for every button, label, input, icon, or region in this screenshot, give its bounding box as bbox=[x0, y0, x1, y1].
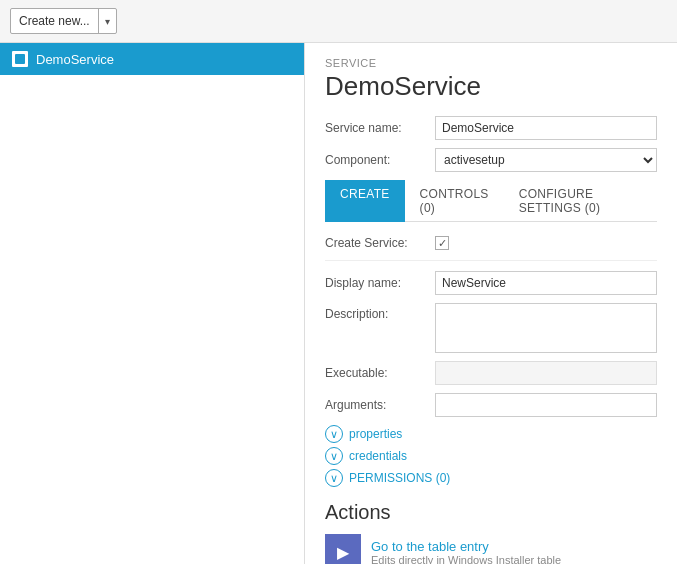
description-row: Description: bbox=[325, 303, 657, 353]
sidebar-item-demoservice[interactable]: DemoService bbox=[0, 43, 304, 75]
create-service-checkbox[interactable]: ✓ bbox=[435, 236, 449, 250]
description-input[interactable] bbox=[435, 303, 657, 353]
expand-permissions[interactable]: ∨ PERMISSIONS (0) bbox=[325, 469, 657, 487]
main-layout: DemoService SERVICE DemoService Service … bbox=[0, 43, 677, 564]
toolbar: Create new... ▾ bbox=[0, 0, 677, 43]
expand-properties[interactable]: ∨ properties bbox=[325, 425, 657, 443]
display-name-label: Display name: bbox=[325, 276, 435, 290]
action-arrow-icon: ▶ bbox=[337, 543, 349, 562]
executable-input[interactable] bbox=[435, 361, 657, 385]
tab-configure-settings[interactable]: CONFIGURE SETTINGS (0) bbox=[504, 180, 657, 222]
left-panel: DemoService bbox=[0, 43, 305, 564]
section-label: SERVICE bbox=[325, 57, 657, 69]
create-new-label: Create new... bbox=[11, 9, 99, 33]
expand-permissions-label: PERMISSIONS (0) bbox=[349, 471, 450, 485]
service-icon bbox=[12, 51, 28, 67]
action-icon-box: ▶ bbox=[325, 534, 361, 564]
display-name-row: Display name: bbox=[325, 271, 657, 295]
arguments-label: Arguments: bbox=[325, 398, 435, 412]
action-text: Go to the table entry Edits directly in … bbox=[371, 539, 561, 565]
right-panel: SERVICE DemoService Service name: Compon… bbox=[305, 43, 677, 564]
checkbox-check-icon: ✓ bbox=[438, 237, 447, 250]
expand-credentials-label: credentials bbox=[349, 449, 407, 463]
expand-credentials-icon: ∨ bbox=[325, 447, 343, 465]
tabs: CREATE CONTROLS (0) CONFIGURE SETTINGS (… bbox=[325, 180, 657, 222]
executable-row: Executable: bbox=[325, 361, 657, 385]
executable-label: Executable: bbox=[325, 366, 435, 380]
arguments-row: Arguments: bbox=[325, 393, 657, 417]
create-new-button[interactable]: Create new... ▾ bbox=[10, 8, 117, 34]
create-service-label: Create Service: bbox=[325, 236, 435, 250]
expandable-section: ∨ properties ∨ credentials ∨ PERMISSIONS… bbox=[325, 425, 657, 487]
expand-properties-icon: ∨ bbox=[325, 425, 343, 443]
component-row: Component: activesetup component1 compon… bbox=[325, 148, 657, 172]
page-title: DemoService bbox=[325, 71, 657, 102]
display-name-input[interactable] bbox=[435, 271, 657, 295]
sidebar-item-label: DemoService bbox=[36, 52, 114, 67]
arguments-input[interactable] bbox=[435, 393, 657, 417]
service-name-label: Service name: bbox=[325, 121, 435, 135]
tab-create[interactable]: CREATE bbox=[325, 180, 405, 222]
component-select[interactable]: activesetup component1 component2 bbox=[435, 148, 657, 172]
action-description: Edits directly in Windows Installer tabl… bbox=[371, 554, 561, 565]
actions-section: Actions ▶ Go to the table entry Edits di… bbox=[325, 501, 657, 564]
expand-permissions-icon: ∨ bbox=[325, 469, 343, 487]
create-service-row: Create Service: ✓ bbox=[325, 236, 657, 261]
expand-properties-label: properties bbox=[349, 427, 402, 441]
action-title: Go to the table entry bbox=[371, 539, 561, 554]
service-name-input[interactable] bbox=[435, 116, 657, 140]
expand-credentials[interactable]: ∨ credentials bbox=[325, 447, 657, 465]
create-new-arrow: ▾ bbox=[99, 9, 116, 33]
service-icon-inner bbox=[15, 54, 25, 64]
component-label: Component: bbox=[325, 153, 435, 167]
description-label: Description: bbox=[325, 303, 435, 321]
tab-controls[interactable]: CONTROLS (0) bbox=[405, 180, 504, 222]
action-item-table-entry[interactable]: ▶ Go to the table entry Edits directly i… bbox=[325, 534, 657, 564]
actions-title: Actions bbox=[325, 501, 657, 524]
service-name-row: Service name: bbox=[325, 116, 657, 140]
